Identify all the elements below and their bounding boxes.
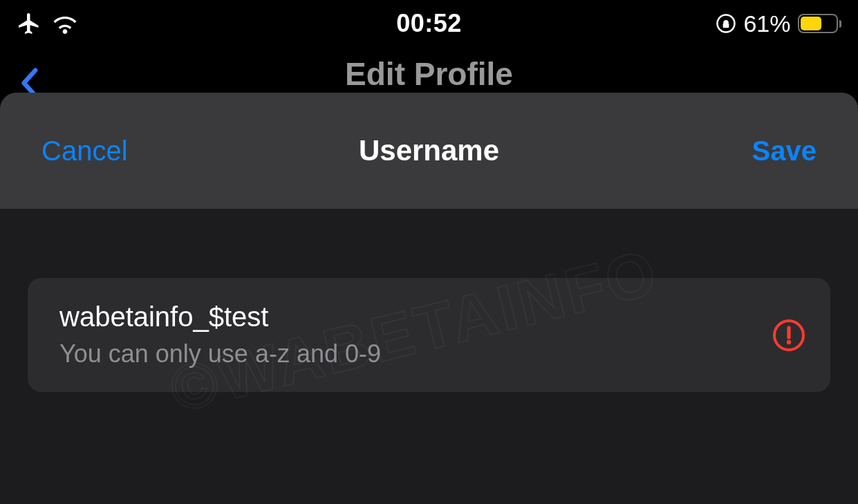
cancel-button[interactable]: Cancel	[41, 136, 128, 167]
username-sheet: Cancel Username Save You can only use a-…	[0, 93, 858, 504]
svg-rect-1	[723, 24, 729, 28]
sheet-title: Username	[359, 134, 499, 167]
save-button[interactable]: Save	[752, 136, 817, 167]
battery-icon	[798, 14, 842, 33]
airplane-mode-icon	[17, 11, 41, 36]
rotation-lock-icon	[716, 13, 736, 34]
username-input-card: You can only use a-z and 0-9	[28, 278, 830, 392]
sheet-header: Cancel Username Save	[0, 93, 858, 209]
status-time: 00:52	[396, 9, 462, 38]
error-exclamation-icon	[772, 319, 805, 352]
status-bar: 00:52 61%	[0, 0, 858, 47]
username-input[interactable]	[59, 301, 613, 333]
wifi-icon	[51, 13, 79, 34]
svg-point-4	[787, 339, 791, 344]
username-error-hint: You can only use a-z and 0-9	[59, 339, 613, 368]
battery-percent-label: 61%	[743, 10, 790, 37]
under-sheet-title: Edit Profile	[345, 55, 513, 93]
